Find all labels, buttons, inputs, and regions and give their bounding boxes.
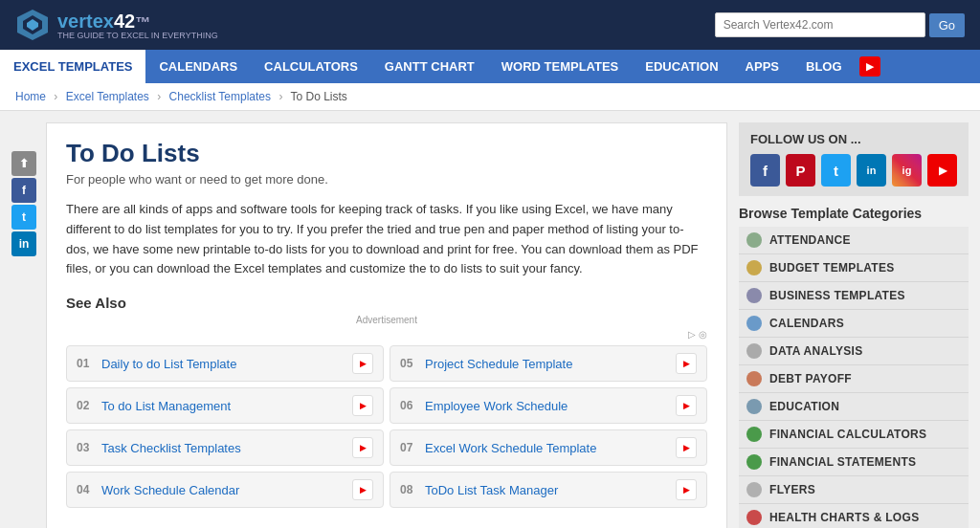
link-item-08[interactable]: 08 ToDo List Task Manager	[390, 472, 707, 508]
nav-item-word-templates[interactable]: WORD TEMPLATES	[488, 50, 633, 83]
logo-text-block: vertex42™ THE GUIDE TO EXCEL IN EVERYTHI…	[57, 11, 218, 40]
follow-box: FOLLOW US ON ... f P t in ig ▶	[739, 122, 969, 196]
cat-icon-business	[746, 288, 762, 303]
link-text-03: Task Checklist Templates	[101, 441, 345, 455]
logo-brand: vertex42™	[57, 11, 218, 33]
follow-title: FOLLOW US ON ...	[750, 132, 957, 146]
cat-financial-calculators[interactable]: FINANCIAL CALCULATORS	[739, 421, 969, 449]
search-input[interactable]	[715, 12, 925, 37]
main-layout: ⬆ f t in To Do Lists For people who want…	[0, 111, 980, 528]
page-body: There are all kinds of apps and software…	[66, 200, 707, 279]
page-subtitle: For people who want or need to get more …	[66, 172, 707, 187]
link-text-01: Daily to do List Template	[101, 357, 345, 371]
link-num-04: 04	[77, 483, 94, 496]
right-sidebar: FOLLOW US ON ... f P t in ig ▶ Browse Te…	[739, 122, 969, 528]
nav-item-excel-templates[interactable]: EXCEL TEMPLATES	[0, 50, 145, 83]
share-button[interactable]: ⬆	[11, 151, 36, 176]
link-play-05[interactable]	[676, 353, 697, 374]
link-item-06[interactable]: 06 Employee Work Schedule	[390, 387, 707, 424]
cat-icon-financial-calc	[746, 427, 762, 442]
link-item-04[interactable]: 04 Work Schedule Calendar	[66, 472, 384, 508]
categories-list: ATTENDANCE BUDGET TEMPLATES BUSINESS TEM…	[739, 227, 969, 528]
link-item-05[interactable]: 05 Project Schedule Template	[390, 345, 707, 382]
left-tw-button[interactable]: t	[11, 205, 36, 230]
link-item-03[interactable]: 03 Task Checklist Templates	[66, 429, 384, 466]
youtube-button[interactable]: ▶	[859, 56, 880, 77]
breadcrumb-sep-3: ›	[278, 90, 282, 103]
link-num-08: 08	[400, 483, 417, 496]
link-num-05: 05	[400, 357, 417, 370]
social-instagram[interactable]: ig	[892, 154, 922, 187]
link-play-01[interactable]	[352, 353, 373, 374]
cat-label-education: EDUCATION	[769, 400, 839, 413]
main-content: To Do Lists For people who want or need …	[46, 122, 727, 528]
logo-icon	[15, 8, 50, 42]
cat-business-templates[interactable]: BUSINESS TEMPLATES	[739, 282, 969, 310]
cat-budget-templates[interactable]: BUDGET TEMPLATES	[739, 254, 969, 282]
cat-calendars[interactable]: CALENDARS	[739, 310, 969, 338]
cat-icon-debt	[746, 371, 762, 386]
social-facebook[interactable]: f	[750, 154, 780, 187]
nav-item-calculators[interactable]: CALCULATORS	[251, 50, 371, 83]
link-item-01[interactable]: 01 Daily to do List Template	[66, 345, 384, 382]
breadcrumb-current: To Do Lists	[291, 90, 347, 103]
link-text-04: Work Schedule Calendar	[101, 483, 345, 497]
breadcrumb-home[interactable]: Home	[15, 90, 46, 103]
cat-data-analysis[interactable]: DATA ANALYSIS	[739, 338, 969, 365]
social-twitter[interactable]: t	[821, 154, 851, 187]
page-title: To Do Lists	[66, 139, 707, 168]
breadcrumb-sep-2: ›	[157, 90, 161, 103]
breadcrumb-checklist-templates[interactable]: Checklist Templates	[169, 90, 272, 103]
nav-item-calendars[interactable]: CALENDARS	[145, 50, 251, 83]
link-text-07: Excel Work Schedule Template	[425, 441, 668, 455]
social-pinterest[interactable]: P	[786, 154, 815, 187]
breadcrumb-sep-1: ›	[54, 90, 57, 103]
breadcrumb: Home › Excel Templates › Checklist Templ…	[0, 83, 980, 111]
search-button[interactable]: Go	[929, 13, 965, 37]
breadcrumb-excel-templates[interactable]: Excel Templates	[66, 90, 149, 103]
link-text-05: Project Schedule Template	[425, 357, 668, 371]
cat-debt-payoff[interactable]: DEBT PAYOFF	[739, 365, 969, 393]
see-also-heading: See Also	[66, 295, 707, 311]
cat-icon-calendars	[746, 316, 762, 331]
link-text-06: Employee Work Schedule	[425, 399, 668, 413]
link-num-01: 01	[77, 357, 94, 370]
social-icons: f P t in ig ▶	[750, 154, 957, 187]
cat-label-business: BUSINESS TEMPLATES	[769, 289, 905, 302]
cat-financial-statements[interactable]: FINANCIAL STATEMENTS	[739, 449, 969, 476]
nav-item-gantt-chart[interactable]: GANTT CHART	[371, 50, 488, 83]
cat-icon-flyers	[746, 482, 762, 497]
cat-education[interactable]: EDUCATION	[739, 393, 969, 421]
link-text-02: To do List Management	[101, 399, 345, 413]
link-play-03[interactable]	[352, 437, 373, 458]
main-nav: EXCEL TEMPLATES CALENDARS CALCULATORS GA…	[0, 50, 980, 83]
cat-health-charts[interactable]: HEALTH CHARTS & LOGS	[739, 504, 969, 528]
cat-attendance[interactable]: ATTENDANCE	[739, 227, 969, 254]
cat-icon-education	[746, 399, 762, 414]
social-linkedin[interactable]: in	[857, 154, 886, 187]
cat-label-calendars: CALENDARS	[769, 317, 844, 330]
link-item-07[interactable]: 07 Excel Work Schedule Template	[390, 429, 707, 466]
cat-flyers[interactable]: FLYERS	[739, 476, 969, 504]
link-play-08[interactable]	[676, 479, 697, 500]
link-play-06[interactable]	[676, 395, 697, 416]
link-item-02[interactable]: 02 To do List Management	[66, 387, 384, 424]
link-play-02[interactable]	[352, 395, 373, 416]
search-area: Go	[715, 12, 965, 37]
cat-label-financial-stmt: FINANCIAL STATEMENTS	[769, 455, 916, 469]
nav-item-blog[interactable]: BLOG	[792, 50, 856, 83]
nav-item-apps[interactable]: APPS	[732, 50, 792, 83]
link-text-08: ToDo List Task Manager	[425, 483, 668, 497]
link-num-03: 03	[77, 441, 94, 454]
link-play-07[interactable]	[676, 437, 697, 458]
left-li-button[interactable]: in	[11, 231, 36, 256]
link-play-04[interactable]	[352, 479, 373, 500]
cat-label-data: DATA ANALYSIS	[769, 344, 862, 358]
cat-icon-financial-stmt	[746, 454, 762, 470]
nav-item-education[interactable]: EDUCATION	[632, 50, 731, 83]
social-youtube[interactable]: ▶	[927, 154, 957, 187]
logo-tagline: THE GUIDE TO EXCEL IN EVERYTHING	[57, 31, 218, 40]
left-fb-button[interactable]: f	[11, 178, 36, 203]
link-num-02: 02	[77, 399, 94, 412]
logo-area: vertex42™ THE GUIDE TO EXCEL IN EVERYTHI…	[15, 8, 218, 42]
